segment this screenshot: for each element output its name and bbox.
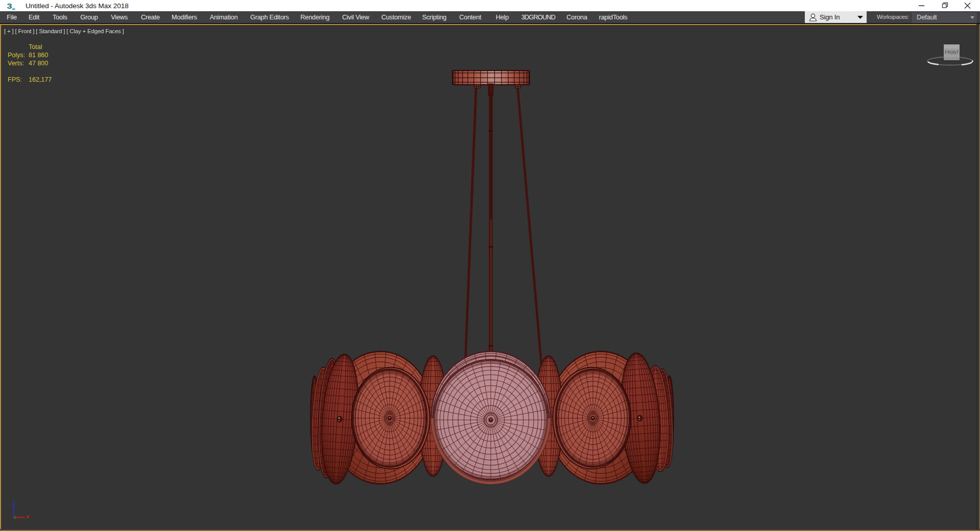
- svg-text:Z: Z: [13, 501, 15, 506]
- svg-text:X: X: [27, 514, 30, 519]
- svg-text:Y: Y: [14, 515, 17, 520]
